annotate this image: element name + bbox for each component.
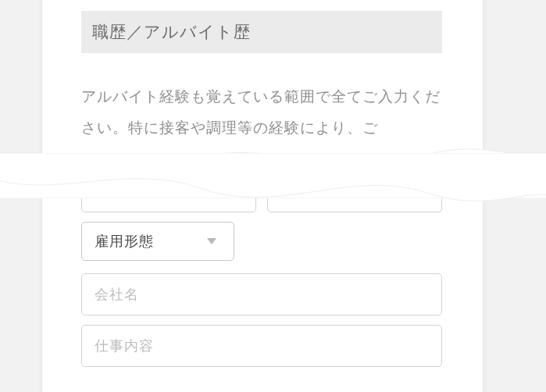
partial-field-right[interactable] bbox=[267, 195, 442, 212]
company-name-input[interactable] bbox=[81, 273, 442, 315]
job-content-input[interactable] bbox=[81, 325, 442, 367]
prev-fields-row bbox=[81, 195, 442, 212]
section-title: 職歴／アルバイト歴 bbox=[92, 21, 251, 43]
form-card: 職歴／アルバイト歴 アルバイト経験も覚えている範囲で全てご入力ください。特に接客… bbox=[42, 0, 483, 392]
form-area: 雇用形態 bbox=[81, 195, 442, 376]
chevron-down-icon bbox=[207, 238, 216, 244]
section-header: 職歴／アルバイト歴 bbox=[81, 11, 442, 53]
partial-field-left[interactable] bbox=[81, 195, 256, 212]
employment-type-select[interactable]: 雇用形態 bbox=[81, 222, 234, 261]
employment-type-label: 雇用形態 bbox=[95, 232, 154, 251]
section-description: アルバイト経験も覚えている範囲で全てご入力ください。特に接客や調理等の経験により… bbox=[81, 81, 448, 144]
